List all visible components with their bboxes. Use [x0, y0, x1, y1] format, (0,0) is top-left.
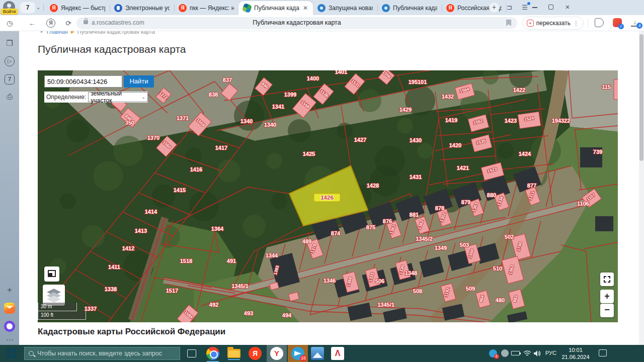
- wifi-icon[interactable]: [523, 350, 531, 357]
- parcel-label: 1414: [145, 209, 157, 215]
- parcel-label: 1429: [399, 107, 412, 113]
- tree-blob: [397, 118, 413, 134]
- zoom-in-button[interactable]: +: [600, 290, 614, 303]
- address-page-title: Публичная кадастровая карта: [76, 19, 517, 26]
- chrome-icon[interactable]: [206, 347, 219, 360]
- windows-logo-icon: [7, 348, 11, 353]
- browser-tab-0[interactable]: ЯЯндекс — быстрый: [45, 1, 110, 15]
- more-options-icon[interactable]: ⋯: [5, 335, 15, 345]
- parcel-label: 489: [302, 238, 311, 244]
- breadcrumb-caret-icon[interactable]: ▼: [39, 31, 44, 34]
- parcel-label: 1340: [264, 122, 276, 128]
- parcel-search-input[interactable]: [44, 75, 122, 87]
- play-icon[interactable]: ▷: [5, 56, 15, 66]
- screenshot-icon[interactable]: ⎙: [5, 92, 15, 102]
- browser-tab-1[interactable]: Электронные услу: [110, 1, 174, 15]
- collections-icon[interactable]: [595, 18, 604, 27]
- parcel-label: 881: [410, 212, 419, 218]
- tab-label: Запущена новая П: [329, 5, 373, 12]
- browser-tab-4[interactable]: Запущена новая П: [313, 1, 377, 15]
- window-restore-button[interactable]: [548, 5, 553, 10]
- add-panel-icon[interactable]: +: [5, 285, 15, 295]
- side-panel-icon[interactable]: ⊐: [505, 3, 514, 12]
- login-badge[interactable]: Войти: [1, 9, 18, 15]
- tabs-panel-icon[interactable]: ❐: [5, 38, 15, 48]
- new-tab-button[interactable]: +: [489, 3, 499, 13]
- selected-parcel-label: 1426: [320, 195, 334, 201]
- parcel-label: 506: [375, 278, 384, 284]
- address-bar[interactable]: a.roscadastres.com Публичная кадастровая…: [76, 17, 517, 29]
- fullscreen-button[interactable]: [600, 273, 614, 286]
- parcel-label: 195101: [409, 79, 427, 85]
- parcel-label: 1421: [457, 165, 469, 171]
- scrollbar-track[interactable]: [639, 31, 644, 345]
- tray-app-icon[interactable]: 6: [489, 349, 497, 357]
- cadastral-map[interactable]: 8481272840156015591558153615311556156415…: [38, 70, 618, 322]
- telegram-icon[interactable]: 16: [291, 347, 304, 360]
- parcel-label: 1427: [354, 137, 366, 143]
- start-button[interactable]: [0, 345, 24, 362]
- parcel-label: 879: [461, 199, 470, 205]
- parcel-label: 837: [223, 77, 232, 83]
- tray-status-icon[interactable]: [501, 349, 509, 357]
- tree-blob: [113, 136, 143, 166]
- photos-icon[interactable]: [311, 347, 324, 360]
- tab-count-badge[interactable]: 7: [5, 74, 15, 84]
- window-close-button[interactable]: ×: [562, 2, 573, 12]
- parcel-label: 503: [460, 242, 469, 248]
- browser-tab-2[interactable]: Япкк — Яндекс: наш: [174, 1, 238, 15]
- parcel-label: 1518: [180, 258, 192, 264]
- parcel-label: 493: [244, 310, 253, 316]
- battery-icon[interactable]: [511, 351, 520, 355]
- back-button[interactable]: ←: [28, 19, 37, 28]
- acrobat-icon[interactable]: Ʌ: [331, 347, 344, 360]
- scale-metric: 30 m: [38, 303, 77, 311]
- find-button[interactable]: Найти: [124, 75, 154, 87]
- retell-menu-icon[interactable]: ⋮: [573, 20, 579, 27]
- rewards-icon[interactable]: ✓: [613, 18, 622, 27]
- language-indicator[interactable]: РУС: [545, 350, 556, 356]
- scrollbar-thumb[interactable]: [639, 34, 643, 161]
- history-icon[interactable]: ◷: [5, 19, 14, 28]
- ya-favicon-icon: Я: [50, 4, 58, 12]
- tab-strip: ЯЯндекс — быстрыйЭлектронные услуЯпкк — …: [45, 0, 506, 15]
- reload-button[interactable]: ⟳: [64, 19, 73, 28]
- parcel-label: 874: [331, 230, 341, 236]
- breadcrumb-home-link[interactable]: Главная: [47, 31, 68, 35]
- notification-center-icon[interactable]: [599, 349, 607, 356]
- definition-select[interactable]: земельный участок ⌄: [88, 92, 148, 102]
- overview-map-button[interactable]: [44, 266, 59, 282]
- quote-icon: «: [527, 20, 534, 27]
- zoom-out-button[interactable]: −: [600, 304, 614, 317]
- divider: [43, 4, 44, 11]
- task-view-icon[interactable]: [187, 349, 196, 357]
- tab-list-icon[interactable]: ☰: [520, 3, 529, 12]
- parcel-label: 1106: [577, 201, 589, 207]
- parcel-label: 1345/1: [231, 283, 249, 289]
- volume-icon[interactable]: [533, 350, 541, 357]
- downloads-icon[interactable]: ↓4: [631, 19, 639, 27]
- yandex-search-icon[interactable]: Я: [249, 347, 262, 360]
- page-content: ▼ Главная ▶ Публичная кадастровая карта …: [19, 31, 644, 345]
- tab-close-icon[interactable]: ✕: [302, 5, 308, 12]
- cadastral-map-svg[interactable]: 8481272840156015591558153615311556156415…: [38, 70, 618, 322]
- yandex-home-button[interactable]: Я: [46, 19, 55, 28]
- parcel-label: 1348: [405, 270, 417, 276]
- yandex-browser-icon[interactable]: Y: [270, 347, 283, 360]
- tree-blob: [271, 193, 287, 209]
- tab-counter[interactable]: 7: [20, 2, 35, 13]
- parcel-label: 1411: [108, 264, 120, 270]
- window-minimize-button[interactable]: [532, 7, 537, 8]
- chevron-down-icon: ⌄: [141, 95, 145, 100]
- retell-button[interactable]: « пересказать ⋮: [522, 17, 584, 30]
- taskbar-search[interactable]: Чтобы начать поиск, введите здесь запрос: [24, 347, 180, 360]
- browser-tab-5[interactable]: Публичная кадаст: [377, 1, 442, 15]
- alice-assistant-icon[interactable]: [4, 321, 15, 332]
- file-explorer-icon[interactable]: [227, 349, 240, 358]
- yandex-mail-icon[interactable]: [4, 303, 15, 314]
- chevron-down-icon[interactable]: ⌄: [36, 2, 43, 13]
- browser-tab-3[interactable]: Публичная када✕: [238, 1, 313, 15]
- clock[interactable]: 10:01 21.06.2024: [559, 346, 592, 360]
- parcel-label: 875: [366, 224, 375, 230]
- tree-blob: [337, 123, 353, 139]
